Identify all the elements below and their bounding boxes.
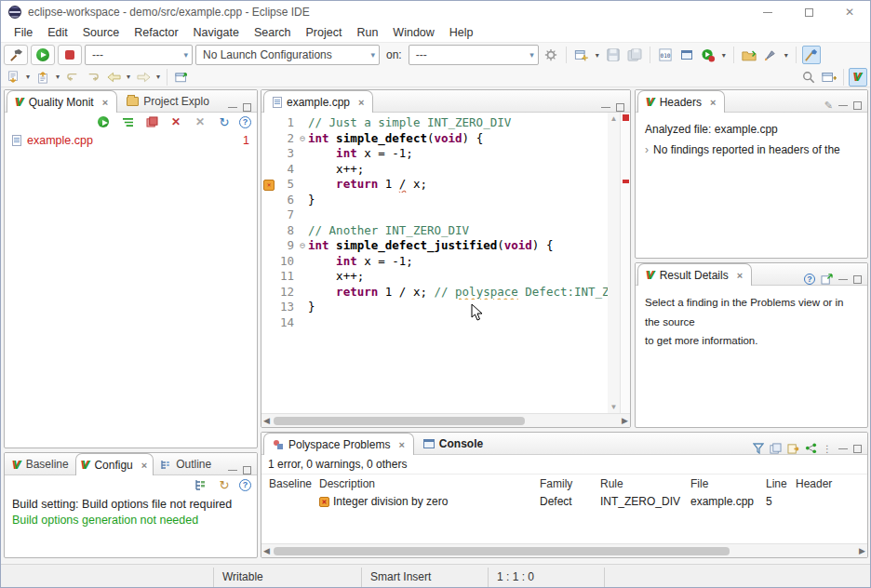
tab-quality-monitoring[interactable]: V Quality Monit × <box>7 90 117 113</box>
maximize-view-icon[interactable] <box>243 103 251 112</box>
launch-settings-button[interactable] <box>542 46 560 64</box>
next-annotation-menu-caret[interactable]: ▾ <box>24 73 32 81</box>
back-menu-caret[interactable]: ▾ <box>125 73 132 81</box>
menu-help[interactable]: Help <box>442 24 481 41</box>
close-icon[interactable]: × <box>141 460 147 471</box>
minimize-view-icon[interactable] <box>601 107 610 108</box>
tab-result-details[interactable]: V Result Details × <box>637 263 752 286</box>
build-button[interactable] <box>4 45 28 65</box>
config-refresh-button[interactable]: ↻ <box>215 475 234 494</box>
column-line[interactable]: Line <box>766 477 796 490</box>
run-configuration-menu-caret[interactable]: ▾ <box>720 51 728 60</box>
stop-analysis-button[interactable] <box>58 45 82 65</box>
problem-row[interactable]: ✕ Integer division by zero Defect INT_ZE… <box>261 493 867 510</box>
run-configuration-button[interactable] <box>699 46 717 64</box>
maximize-window-button[interactable] <box>788 1 829 23</box>
menu-edit[interactable]: Edit <box>40 24 75 41</box>
close-icon[interactable]: × <box>102 97 108 108</box>
open-in-new-icon[interactable] <box>821 274 833 285</box>
config-expand-tree-button[interactable] <box>191 475 209 494</box>
menu-window[interactable]: Window <box>385 24 441 41</box>
minimize-view-icon[interactable] <box>228 107 237 108</box>
menu-refactor[interactable]: Refactor <box>127 24 185 41</box>
new-wizard-menu-caret[interactable]: ▾ <box>594 51 601 60</box>
search-button[interactable] <box>799 68 818 87</box>
close-icon[interactable]: × <box>710 97 716 108</box>
tab-polyspace-problems[interactable]: Polyspace Problems × <box>263 433 414 455</box>
quality-file-row[interactable]: example.cpp 1 <box>5 131 257 150</box>
close-icon[interactable]: × <box>737 270 743 281</box>
minimize-window-button[interactable] <box>747 1 788 23</box>
quality-remove-button[interactable]: ✕ <box>167 113 185 131</box>
maximize-view-icon[interactable] <box>616 103 624 112</box>
defect-marker-icon[interactable] <box>261 177 275 193</box>
next-annotation-button[interactable] <box>4 68 22 87</box>
menu-project[interactable]: Project <box>299 24 350 41</box>
previous-annotation-menu-caret[interactable]: ▾ <box>54 73 61 81</box>
view-menu-icon[interactable]: ⋮ <box>823 444 833 454</box>
fold-collapse-icon[interactable]: ⊖ <box>297 238 308 254</box>
save-button[interactable] <box>604 46 623 64</box>
run-polyspace-button[interactable] <box>31 45 55 65</box>
new-wizard-button[interactable] <box>572 46 591 64</box>
column-baseline[interactable]: Baseline <box>261 477 319 490</box>
back-button[interactable] <box>104 68 123 87</box>
filter-icon[interactable] <box>753 443 764 454</box>
tab-configuration[interactable]: V Configu × <box>75 453 154 475</box>
minimize-view-icon[interactable] <box>838 448 848 449</box>
column-header[interactable]: Header <box>796 477 851 490</box>
console-view-button[interactable] <box>677 46 696 64</box>
forward-button[interactable] <box>134 68 153 87</box>
open-results-button[interactable] <box>740 46 758 64</box>
tab-console[interactable]: Console <box>414 433 492 454</box>
tab-baseline[interactable]: V Baseline <box>7 453 75 474</box>
quality-copy-results-button[interactable] <box>142 113 161 131</box>
save-all-button[interactable] <box>625 46 644 64</box>
maximize-view-icon[interactable] <box>853 275 862 284</box>
quality-run-button[interactable] <box>94 113 113 131</box>
editor-horizontal-scrollbar[interactable]: ◀ ▶ <box>261 413 630 427</box>
restore-view-button[interactable] <box>172 68 191 87</box>
editor-vertical-scrollbar[interactable]: ▲ ▼ <box>608 113 620 413</box>
column-file[interactable]: File <box>690 477 766 490</box>
no-findings-row[interactable]: ›No findings reported in headers of the <box>645 140 858 161</box>
fold-collapse-icon[interactable]: ⊖ <box>297 131 308 147</box>
menu-run[interactable]: Run <box>349 24 385 41</box>
overview-error-marker-line5[interactable] <box>623 180 629 183</box>
help-icon[interactable]: ? <box>239 116 251 128</box>
share-tree-icon[interactable] <box>805 443 817 454</box>
help-icon[interactable]: ? <box>239 479 251 491</box>
open-perspective-button[interactable] <box>820 68 838 87</box>
annotate-findings-button[interactable] <box>802 46 821 64</box>
column-family[interactable]: Family <box>540 477 600 490</box>
pin-view-icon[interactable]: ✎ <box>824 100 833 112</box>
menu-search[interactable]: Search <box>247 24 299 41</box>
scrollbar-thumb[interactable] <box>274 417 525 425</box>
minimize-view-icon[interactable] <box>838 279 848 280</box>
minimize-view-icon[interactable] <box>838 105 848 106</box>
maximize-view-icon[interactable] <box>243 466 251 474</box>
quality-refresh-button[interactable]: ↻ <box>215 113 234 131</box>
import-results-icon[interactable] <box>787 443 799 454</box>
menu-navigate[interactable]: Navigate <box>186 24 247 41</box>
binary-view-button[interactable]: 010 <box>656 46 675 64</box>
launch-config-combo[interactable]: No Launch Configurations▾ <box>195 45 380 65</box>
help-icon[interactable]: ? <box>804 274 815 285</box>
polyspace-perspective-button[interactable]: V <box>849 68 867 87</box>
previous-annotation-button[interactable] <box>34 68 52 87</box>
menu-source[interactable]: Source <box>75 24 127 41</box>
minimize-view-icon[interactable] <box>228 470 237 471</box>
quality-remove-all-button[interactable]: ✕ <box>191 113 209 131</box>
tab-editor-example-cpp[interactable]: example.cpp × <box>263 90 373 113</box>
tab-headers[interactable]: V Headers × <box>637 90 725 113</box>
code-editor[interactable]: 1// Just a simple INT_ZERO_DIV2⊖int simp… <box>261 113 608 413</box>
quality-filter-button[interactable] <box>118 113 137 131</box>
tab-project-explorer[interactable]: Project Explo <box>117 90 219 112</box>
last-edit-location-button[interactable] <box>63 68 82 87</box>
tab-outline[interactable]: Outline <box>154 453 218 474</box>
maximize-view-icon[interactable] <box>853 101 862 110</box>
close-icon[interactable]: × <box>398 439 404 450</box>
launch-analysis-button[interactable] <box>761 46 780 64</box>
column-rule[interactable]: Rule <box>600 477 690 490</box>
column-description[interactable]: Description <box>319 477 540 490</box>
